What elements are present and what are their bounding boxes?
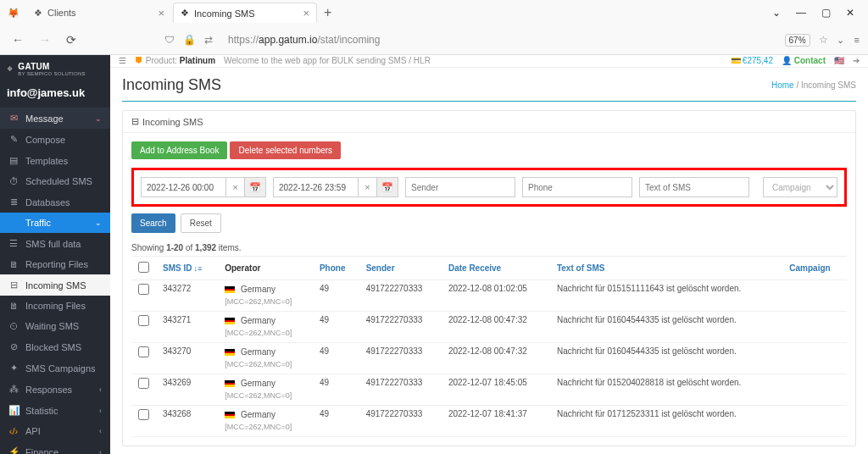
tab-favicon: ❖: [34, 8, 42, 19]
inbox-icon: ⊟: [8, 280, 19, 291]
window-controls: ⌄ — ▢ ✕: [772, 7, 863, 19]
sender-input[interactable]: [405, 177, 515, 197]
sidebar-compose[interactable]: ✎Compose: [0, 129, 110, 150]
col-campaign[interactable]: Campaign: [782, 257, 847, 280]
reload-button[interactable]: ⟳: [63, 31, 80, 48]
cell-smsid: 343268: [156, 406, 218, 437]
chevron-left-icon: ‹: [99, 427, 102, 435]
sidebar-reporting[interactable]: 🗎Reporting Files: [0, 254, 110, 274]
cell-campaign: [782, 312, 847, 343]
sidebar-templates[interactable]: ▤Templates: [0, 150, 110, 171]
row-checkbox[interactable]: [138, 315, 149, 326]
toolbar: ← → ⟳ 🛡 🔒 ⇄ https://app.gatum.io/stat/in…: [0, 25, 868, 54]
cell-operator: Germany[MCC=262,MNC=0]: [218, 374, 313, 406]
user-email: info@james.uk: [0, 83, 110, 108]
flag-de-icon: [225, 412, 235, 418]
breadcrumb-home[interactable]: Home: [771, 80, 794, 90]
tab-clients[interactable]: ❖ Clients ×: [27, 3, 171, 23]
new-tab-button[interactable]: +: [319, 5, 337, 20]
add-to-address-book-button[interactable]: Add to Address Book: [131, 141, 227, 159]
lock-icon[interactable]: 🔒: [183, 34, 196, 46]
language-flag-icon[interactable]: 🇺🇸: [834, 56, 844, 65]
sidebar-incoming-files[interactable]: 🗎Incoming Files: [0, 296, 110, 316]
permissions-icon[interactable]: ⇄: [204, 34, 213, 46]
logout-icon[interactable]: ➔: [853, 56, 860, 65]
template-icon: ▤: [8, 155, 19, 166]
sidebar-api[interactable]: ‹/›API‹: [0, 421, 110, 441]
minimize-icon[interactable]: —: [796, 7, 806, 19]
menu-icon[interactable]: ≡: [854, 35, 860, 45]
delete-selected-button[interactable]: Delete selected numbers: [230, 141, 341, 159]
sidebar-traffic[interactable]: Traffic ⌄: [0, 213, 110, 233]
zoom-indicator[interactable]: 67%: [785, 34, 810, 47]
phone-input[interactable]: [522, 177, 632, 197]
cell-smsid: 343272: [156, 280, 218, 312]
sidebar-message[interactable]: ✉ Message ⌄: [0, 108, 110, 129]
campaign-select[interactable]: Campaign: [763, 177, 837, 197]
select-all-checkbox[interactable]: [138, 262, 149, 273]
chevron-left-icon: ‹: [99, 448, 102, 455]
chevron-left-icon: ‹: [99, 385, 102, 394]
close-icon[interactable]: ×: [158, 7, 164, 19]
cell-text: Nachricht für 01604544335 ist gelöscht w…: [550, 343, 782, 374]
contact-link[interactable]: 👤 Contact: [782, 56, 826, 65]
col-smsid[interactable]: SMS ID↓≡: [156, 257, 218, 280]
cell-text: Nachricht für 015204028818 ist gelöscht …: [550, 374, 782, 406]
maximize-icon[interactable]: ▢: [821, 7, 831, 19]
balance[interactable]: €275,42: [731, 56, 773, 65]
reset-button[interactable]: Reset: [181, 213, 221, 233]
sidebar-responses[interactable]: ⁂Responses‹: [0, 379, 110, 400]
date-to-group: × 📅: [273, 177, 398, 197]
search-button[interactable]: Search: [131, 213, 175, 233]
col-sender[interactable]: Sender: [359, 257, 442, 280]
tab-incoming-sms[interactable]: ❖ Incoming SMS ×: [173, 3, 317, 23]
sidebar-sms-full[interactable]: ☰SMS full data: [0, 233, 110, 254]
cell-phone: 49: [313, 374, 359, 406]
col-date[interactable]: Date Receive: [442, 257, 550, 280]
cell-operator: Germany[MCC=262,MNC=0]: [218, 406, 313, 437]
calendar-icon[interactable]: 📅: [244, 177, 266, 197]
cell-smsid: 343269: [156, 374, 218, 406]
clear-icon[interactable]: ×: [225, 177, 244, 197]
cell-campaign: [782, 280, 847, 312]
file-icon: 🗎: [8, 301, 19, 311]
pocket-icon[interactable]: ⌄: [837, 35, 844, 46]
sidebar-databases[interactable]: ≣Databases: [0, 191, 110, 213]
row-checkbox[interactable]: [138, 409, 149, 420]
brand: ❖ GATUM BY SEMPICO SOLUTIONS: [0, 55, 110, 83]
text-input[interactable]: [639, 177, 749, 197]
date-from-input[interactable]: [141, 177, 225, 197]
col-text[interactable]: Text of SMS: [550, 257, 782, 280]
back-button[interactable]: ←: [8, 31, 27, 48]
forward-button[interactable]: →: [36, 31, 54, 48]
row-checkbox[interactable]: [138, 284, 149, 295]
address-bar[interactable]: https://app.gatum.io/stat/incoming: [221, 29, 776, 51]
menu-toggle-icon[interactable]: ☰: [119, 56, 126, 65]
calendar-icon[interactable]: 📅: [376, 177, 398, 197]
sidebar-incoming-sms[interactable]: ⊟Incoming SMS: [0, 274, 110, 296]
sidebar-blocked[interactable]: ⊘Blocked SMS: [0, 336, 110, 357]
close-window-icon[interactable]: ✕: [846, 7, 854, 19]
col-phone[interactable]: Phone: [313, 257, 359, 280]
cell-date: 2022-12-08 00:47:32: [442, 312, 550, 343]
filter-bar: × 📅 × 📅 Campaign: [131, 168, 847, 207]
col-operator: Operator: [218, 257, 313, 280]
sidebar-statistic[interactable]: 📊Statistic‹: [0, 400, 110, 421]
date-to-input[interactable]: [273, 177, 358, 197]
sidebar-scheduled[interactable]: ⏱Scheduled SMS: [0, 171, 110, 191]
cell-sender: 491722270333: [359, 343, 442, 374]
clear-icon[interactable]: ×: [358, 177, 376, 197]
close-icon[interactable]: ×: [303, 7, 309, 19]
sidebar-finance[interactable]: ⚡Finance‹: [0, 441, 110, 454]
cell-date: 2022-12-08 00:47:32: [442, 343, 550, 374]
tab-label: Clients: [47, 8, 76, 18]
code-icon: ‹/›: [8, 426, 19, 436]
compose-icon: ✎: [8, 134, 19, 145]
row-checkbox[interactable]: [138, 378, 149, 389]
bookmark-icon[interactable]: ☆: [819, 34, 828, 46]
chevron-down-icon[interactable]: ⌄: [772, 7, 781, 19]
sidebar-campaigns[interactable]: ✦SMS Campaigns: [0, 357, 110, 379]
sidebar-waiting[interactable]: ⏲Waiting SMS: [0, 316, 110, 336]
shield-icon[interactable]: 🛡: [164, 34, 175, 46]
row-checkbox[interactable]: [138, 346, 149, 357]
